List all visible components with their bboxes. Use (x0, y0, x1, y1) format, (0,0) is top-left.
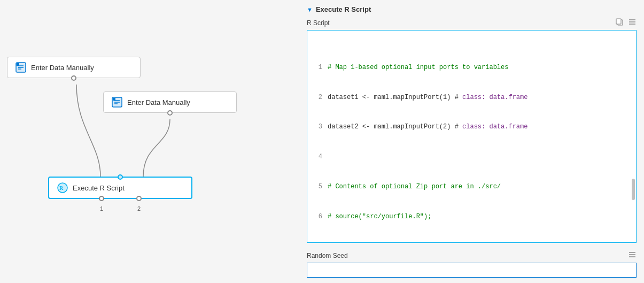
rscript-header: R Script (307, 18, 637, 28)
code-line-6: 6 # source("src/yourfile.R"); (307, 212, 636, 222)
svg-rect-16 (616, 19, 621, 24)
node-enter-data-2[interactable]: Enter Data Manually (103, 91, 237, 113)
random-seed-header: Random Seed (307, 250, 637, 261)
code-content: 1 # Map 1-based optional input ports to … (307, 30, 636, 243)
code-editor[interactable]: 1 # Map 1-based optional input ports to … (307, 30, 637, 243)
code-line-4: 4 (307, 152, 636, 162)
enter-data-icon-1 (15, 62, 27, 73)
svg-rect-11 (113, 98, 115, 101)
random-seed-section: Random Seed (307, 250, 637, 278)
connector-svg (0, 0, 299, 283)
port-bottom-2[interactable] (167, 110, 173, 116)
random-seed-menu-button[interactable] (628, 250, 637, 261)
port-label-1: 1 (100, 205, 103, 212)
canvas-panel: Enter Data Manually Enter Data Manually … (0, 0, 299, 283)
code-line-2: 2 dataset1 <- maml.mapInputPort(1) # cla… (307, 93, 636, 103)
menu-icon (628, 18, 637, 26)
node-label-1: Enter Data Manually (31, 64, 94, 72)
node-label-3: Execute R Script (73, 184, 125, 192)
port-bottom-execute-2[interactable]: 2 (136, 196, 142, 201)
execute-r-title: Execute R Script (316, 5, 371, 13)
copy-icon (615, 18, 624, 26)
execute-r-icon: R (57, 182, 68, 194)
rscript-section: R Script (307, 18, 637, 243)
port-top-execute[interactable] (118, 174, 123, 180)
code-line-3: 3 dataset2 <- maml.mapInputPort(2) # cla… (307, 122, 636, 132)
svg-rect-5 (17, 63, 19, 66)
copy-button[interactable] (615, 18, 624, 28)
code-line-5: 5 # Contents of optional Zip port are in… (307, 182, 636, 192)
node-enter-data-1[interactable]: Enter Data Manually (7, 57, 141, 78)
rscript-icons (615, 18, 637, 28)
code-line-1: 1 # Map 1-based optional input ports to … (307, 63, 636, 73)
rscript-label: R Script (307, 19, 330, 27)
port-bottom-execute-1[interactable]: 1 (99, 196, 104, 201)
port-bottom-1[interactable] (71, 75, 76, 81)
scrollbar-thumb (632, 179, 635, 200)
random-seed-menu-icon (628, 250, 637, 259)
collapse-arrow-icon[interactable]: ▼ (307, 6, 313, 13)
random-seed-label: Random Seed (307, 252, 348, 259)
port-label-2: 2 (137, 205, 141, 212)
random-seed-input[interactable] (307, 263, 637, 278)
menu-button[interactable] (628, 18, 637, 28)
execute-r-header: ▼ Execute R Script (307, 5, 637, 13)
node-label-2: Enter Data Manually (127, 98, 190, 106)
code-line-7: 7 # load("src/yourData.rdata"); (307, 241, 636, 243)
svg-text:R: R (59, 185, 64, 191)
right-panel: ▼ Execute R Script R Script (299, 0, 644, 283)
node-execute-r[interactable]: R Execute R Script 1 2 (48, 177, 192, 199)
enter-data-icon-2 (111, 96, 123, 108)
